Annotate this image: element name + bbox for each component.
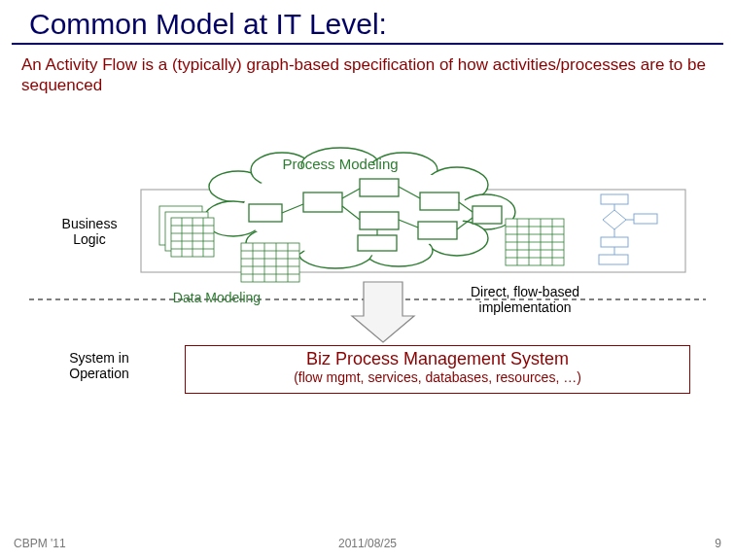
data-table-mid bbox=[241, 243, 299, 282]
svg-marker-68 bbox=[352, 282, 414, 342]
direct-impl-label: Direct, flow-basedimplementation bbox=[438, 284, 612, 315]
data-tables-left bbox=[159, 206, 214, 257]
svg-rect-16 bbox=[360, 179, 399, 196]
svg-rect-61 bbox=[634, 214, 657, 224]
svg-rect-19 bbox=[420, 192, 459, 210]
svg-rect-21 bbox=[472, 206, 502, 224]
description-text: An Activity Flow is a (typically) graph-… bbox=[0, 45, 735, 100]
business-logic-label: BusinessLogic bbox=[51, 216, 128, 247]
svg-rect-17 bbox=[360, 212, 399, 229]
svg-marker-60 bbox=[603, 210, 626, 229]
diagram-canvas: Process Modeling BusinessLogic Data Mode… bbox=[0, 136, 735, 408]
svg-rect-14 bbox=[249, 204, 282, 222]
svg-rect-62 bbox=[601, 237, 628, 247]
svg-rect-59 bbox=[601, 194, 628, 204]
bpms-title: Biz Process Management System bbox=[186, 349, 689, 369]
svg-rect-15 bbox=[303, 192, 342, 212]
footer-page-number: 9 bbox=[715, 537, 721, 550]
down-arrow-icon bbox=[352, 282, 414, 342]
system-operation-label: System inOperation bbox=[51, 350, 148, 381]
bpms-subtitle: (flow mgmt, services, databases, resourc… bbox=[186, 369, 689, 385]
svg-rect-18 bbox=[358, 235, 397, 251]
process-modeling-label: Process Modeling bbox=[253, 156, 428, 172]
data-table-right bbox=[506, 219, 564, 265]
data-modeling-label: Data Modeling bbox=[154, 290, 280, 305]
footer-left: CBPM '11 bbox=[14, 537, 66, 550]
page-title: Common Model at IT Level: bbox=[12, 0, 723, 45]
svg-rect-20 bbox=[418, 222, 457, 239]
footer-date: 2011/08/25 bbox=[338, 537, 397, 550]
mini-flowchart bbox=[599, 194, 657, 264]
bpms-box: Biz Process Management System (flow mgmt… bbox=[185, 345, 690, 394]
svg-rect-63 bbox=[599, 255, 628, 264]
svg-rect-40 bbox=[241, 243, 299, 282]
